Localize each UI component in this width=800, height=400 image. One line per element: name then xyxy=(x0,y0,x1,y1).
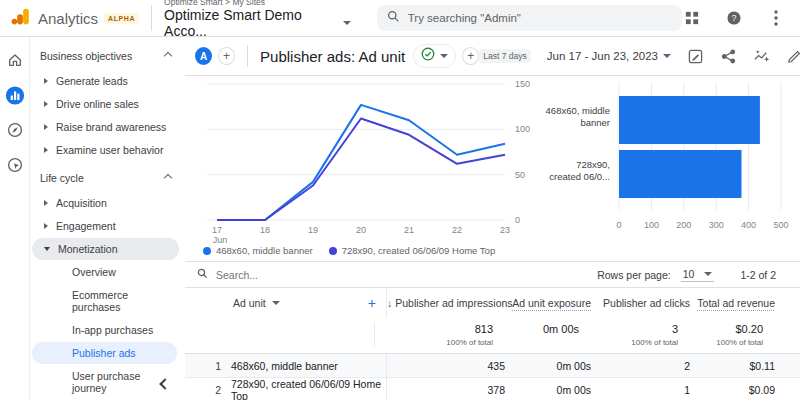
bar-chart-svg: 0100200300400500468x60, middlebanner728x… xyxy=(543,80,795,250)
sidebar-item-label: Engagement xyxy=(56,220,116,232)
global-search[interactable] xyxy=(377,5,682,31)
column-header-revenue[interactable]: Total ad revenue xyxy=(690,297,775,309)
collapse-arrow-icon xyxy=(44,247,50,251)
table-search-input[interactable] xyxy=(216,269,396,281)
rows-per-page-value: 10 xyxy=(683,268,695,280)
rows-per-page-label: Rows per page: xyxy=(597,269,671,281)
kebab-menu-icon[interactable] xyxy=(766,8,786,28)
line-chart-svg: 05010015017Jun181920212223 xyxy=(191,80,537,244)
breadcrumb: Optimize Smart > My Sites xyxy=(164,0,351,7)
sidebar-item-examine-user-behavior[interactable]: Examine user behavior xyxy=(32,139,179,161)
sort-descending-icon: ↓ xyxy=(387,297,392,309)
svg-text:50: 50 xyxy=(515,170,525,180)
chevron-down-icon xyxy=(343,21,351,25)
svg-text:17: 17 xyxy=(212,225,222,235)
report-sidenav: Business objectives Generate leads Drive… xyxy=(30,37,185,400)
comparison-chip-all-users[interactable]: A xyxy=(195,47,212,65)
legend-item: 728x90, created 06/06/09 Home Top xyxy=(329,245,496,256)
advertising-icon[interactable] xyxy=(5,155,25,175)
svg-text:created 06/0...: created 06/0... xyxy=(549,171,610,182)
section-label: Business objectives xyxy=(40,50,132,62)
report-header: A + Publisher ads: Ad unit + Last 7 days… xyxy=(185,37,800,75)
table-row[interactable]: 2 728x90, created 06/06/09 Home Top 378 … xyxy=(185,378,800,400)
apps-grid-icon[interactable] xyxy=(682,8,702,28)
svg-text:468x60, middle: 468x60, middle xyxy=(546,105,610,116)
divider xyxy=(151,5,152,31)
sidebar-item-in-app-purchases[interactable]: In-app purchases xyxy=(32,319,177,341)
add-column-button[interactable]: + xyxy=(368,295,376,311)
rows-per-page-select[interactable]: 10 xyxy=(681,267,715,282)
edit-chart-icon[interactable] xyxy=(687,48,704,65)
sidebar-item-raise-brand-awareness[interactable]: Raise brand awareness xyxy=(32,116,179,138)
search-icon xyxy=(197,268,208,281)
svg-text:400: 400 xyxy=(741,220,756,230)
date-range-picker[interactable]: Jun 17 - Jun 23, 2023 xyxy=(547,50,671,62)
column-header-exposure[interactable]: Ad unit exposure xyxy=(505,297,591,309)
svg-text:banner: banner xyxy=(580,117,610,128)
expand-arrow-icon xyxy=(44,200,48,206)
svg-text:22: 22 xyxy=(452,225,462,235)
collapse-left-icon[interactable] xyxy=(161,378,169,390)
svg-text:23: 23 xyxy=(500,225,510,235)
home-icon[interactable] xyxy=(5,50,25,70)
share-icon[interactable] xyxy=(720,48,737,65)
svg-text:20: 20 xyxy=(356,225,366,235)
column-label: Publisher ad impressions xyxy=(395,297,512,309)
sidebar-item-user-purchase-journey[interactable]: User purchase journey xyxy=(32,365,177,399)
clicks-cell: 2 xyxy=(591,360,690,372)
legend-label: 728x90, created 06/06/09 Home Top xyxy=(342,245,496,256)
exposure-cell: 0m 00s xyxy=(505,384,591,396)
sidebar-item-publisher-ads[interactable]: Publisher ads xyxy=(32,342,177,364)
edit-pencil-icon[interactable] xyxy=(786,48,800,65)
brand-name: Analytics xyxy=(38,10,98,27)
section-business-objectives[interactable]: Business objectives xyxy=(30,43,185,69)
sidebar-item-label: Examine user behavior xyxy=(56,144,163,156)
explore-icon[interactable] xyxy=(5,120,25,140)
account-switcher[interactable]: Optimize Smart > My Sites Optimize Smart… xyxy=(164,0,351,39)
table-totals-row: 813 100% of total 0m 00s 3 100% of total… xyxy=(185,318,800,354)
table-row[interactable]: 1 468x60, middle banner 435 0m 00s 2 $0.… xyxy=(185,354,800,378)
sidebar-item-overview[interactable]: Overview xyxy=(32,261,177,283)
search-input[interactable] xyxy=(408,12,672,24)
section-life-cycle[interactable]: Life cycle xyxy=(30,165,185,191)
totals-dimension-cell xyxy=(219,323,375,347)
sidebar-item-monetization[interactable]: Monetization xyxy=(32,238,179,260)
chevron-down-icon[interactable] xyxy=(440,54,448,58)
svg-text:100: 100 xyxy=(515,124,530,134)
ad-unit-cell: 728x90, created 06/06/09 Home Top xyxy=(231,378,387,400)
column-header-impressions[interactable]: ↓Publisher ad impressions xyxy=(387,297,505,309)
sidebar-item-label: Raise brand awareness xyxy=(56,121,166,133)
sidebar-item-generate-leads[interactable]: Generate leads xyxy=(32,70,179,92)
add-report-button[interactable]: + xyxy=(462,47,479,65)
reports-icon[interactable] xyxy=(5,85,25,105)
page-title: Publisher ads: Ad unit xyxy=(260,48,405,65)
totals-clicks: 3 100% of total xyxy=(579,323,678,347)
add-comparison-button[interactable]: + xyxy=(218,47,235,65)
divider xyxy=(247,45,248,67)
sidebar-item-ecommerce-purchases[interactable]: Ecommerce purchases xyxy=(32,284,177,318)
svg-text:150: 150 xyxy=(515,80,530,89)
column-header-clicks[interactable]: Publisher ad clicks xyxy=(591,297,690,309)
revenue-cell: $0.11 xyxy=(690,360,775,372)
row-number: 2 xyxy=(197,384,231,396)
bar-chart: 0100200300400500468x60, middlebanner728x… xyxy=(543,80,796,261)
table-toolbar: Rows per page: 10 1-2 of 2 xyxy=(185,262,800,288)
charts-panel: 05010015017Jun181920212223 468x60, middl… xyxy=(185,75,800,261)
chevron-down-icon xyxy=(704,272,712,276)
sidebar-item-engagement[interactable]: Engagement xyxy=(32,215,179,237)
breadcrumb-separator-icon: > xyxy=(225,0,230,7)
sidebar-item-acquisition[interactable]: Acquisition xyxy=(32,192,179,214)
help-icon[interactable]: ? xyxy=(724,8,744,28)
analytics-logo-icon xyxy=(10,6,31,31)
svg-text:21: 21 xyxy=(404,225,414,235)
svg-text:18: 18 xyxy=(260,225,270,235)
brand[interactable]: Analytics ALPHA xyxy=(10,6,139,31)
sidebar-item-label: Generate leads xyxy=(56,75,128,87)
revenue-cell: $0.09 xyxy=(690,384,775,396)
svg-text:500: 500 xyxy=(773,220,788,230)
insights-icon[interactable] xyxy=(753,48,770,65)
column-header-ad-unit[interactable]: Ad unit + xyxy=(231,288,387,318)
legend-label: 468x60, middle banner xyxy=(216,245,313,256)
sidebar-item-drive-online-sales[interactable]: Drive online sales xyxy=(32,93,179,115)
check-circle-icon xyxy=(421,47,435,65)
